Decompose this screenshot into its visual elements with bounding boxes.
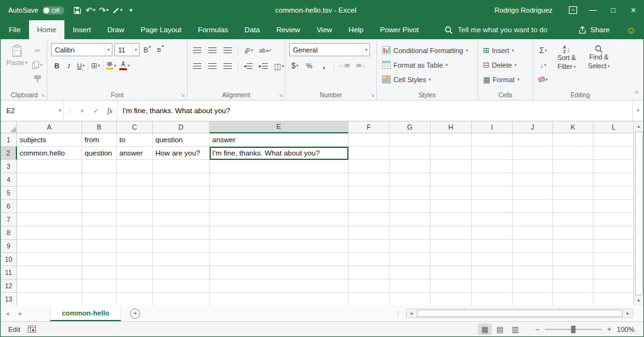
cell-B7[interactable]: [82, 213, 117, 226]
zoom-slider[interactable]: [545, 329, 602, 330]
format-painter-button[interactable]: [31, 73, 44, 85]
decrease-font-size-button[interactable]: B▾: [155, 44, 166, 56]
cell-C12[interactable]: [117, 279, 153, 293]
cell-I5[interactable]: [472, 187, 513, 200]
cell-B10[interactable]: [82, 253, 117, 266]
cell-J3[interactable]: [513, 160, 553, 173]
scroll-right-icon[interactable]: ►: [623, 311, 633, 316]
cell-L13[interactable]: [593, 293, 633, 305]
cell-F7[interactable]: [349, 213, 390, 226]
cell-E3[interactable]: [210, 160, 349, 173]
cell-A5[interactable]: [17, 187, 82, 200]
cell-B13[interactable]: [82, 293, 117, 305]
cell-C9[interactable]: [117, 240, 153, 253]
customize-qat-button[interactable]: ▾: [124, 2, 137, 18]
cell-G5[interactable]: [390, 187, 431, 200]
row-header-3[interactable]: 3: [1, 160, 17, 173]
cell-C3[interactable]: [117, 160, 153, 173]
page-layout-view-button[interactable]: ▤: [493, 324, 507, 335]
align-left-button[interactable]: [191, 60, 203, 72]
cell-J1[interactable]: [513, 133, 553, 147]
cell-D4[interactable]: [153, 173, 210, 187]
cell-E1[interactable]: answer: [210, 133, 349, 147]
middle-align-button[interactable]: [206, 44, 218, 56]
cell-I4[interactable]: [472, 173, 513, 187]
cell-L8[interactable]: [593, 226, 633, 240]
macro-record-button[interactable]: [28, 326, 36, 333]
cell-C4[interactable]: [117, 173, 153, 187]
tab-scroll-splitter[interactable]: ⋮: [390, 310, 406, 317]
cell-G2[interactable]: [390, 147, 431, 160]
paste-button[interactable]: Paste▾: [6, 43, 28, 89]
cell-L12[interactable]: [593, 279, 633, 293]
tab-review[interactable]: Review: [268, 20, 309, 39]
row-header-6[interactable]: 6: [1, 200, 17, 213]
align-right-button[interactable]: [222, 60, 233, 72]
row-header-13[interactable]: 13: [1, 293, 17, 305]
cell-D12[interactable]: [153, 279, 210, 293]
cell-L5[interactable]: [593, 187, 633, 200]
cell-E13[interactable]: [210, 293, 349, 305]
cell-G8[interactable]: [390, 226, 431, 240]
cell-H5[interactable]: [431, 187, 472, 200]
undo-dropdown-icon[interactable]: ▾: [93, 8, 95, 13]
cell-C2[interactable]: answer: [117, 147, 153, 160]
cell-I8[interactable]: [472, 226, 513, 240]
cell-B3[interactable]: [82, 160, 117, 173]
number-format-combobox[interactable]: General▾: [289, 43, 370, 56]
cell-G12[interactable]: [390, 279, 431, 293]
row-header-12[interactable]: 12: [1, 279, 17, 293]
cell-E7[interactable]: [210, 213, 349, 226]
column-header-C[interactable]: C: [117, 121, 153, 133]
cell-D7[interactable]: [153, 213, 210, 226]
tell-me-search[interactable]: Tell me what you want to do: [444, 20, 547, 39]
cell-C13[interactable]: [117, 293, 153, 305]
cell-J7[interactable]: [513, 213, 553, 226]
vertical-scrollbar[interactable]: ▲ ▼: [633, 121, 643, 305]
expand-formula-bar-icon[interactable]: ▾: [632, 101, 643, 121]
tab-insert[interactable]: Insert: [64, 20, 99, 39]
cell-H3[interactable]: [431, 160, 472, 173]
undo-button[interactable]: ↶▾: [84, 2, 97, 18]
column-header-B[interactable]: B: [82, 121, 117, 133]
cell-K5[interactable]: [553, 187, 593, 200]
cell-L2[interactable]: [593, 147, 633, 160]
tab-home[interactable]: Home: [29, 20, 65, 39]
dropdown-icon[interactable]: ▾: [282, 64, 284, 69]
center-button[interactable]: [206, 60, 218, 72]
cell-F1[interactable]: [349, 133, 390, 147]
cell-L3[interactable]: [593, 160, 633, 173]
format-as-table-button[interactable]: Format as Table▾: [381, 58, 469, 71]
horizontal-scrollbar-thumb[interactable]: [417, 310, 623, 317]
redo-dropdown-icon[interactable]: ▾: [106, 8, 109, 13]
cell-L4[interactable]: [593, 173, 633, 187]
cell-G9[interactable]: [390, 240, 431, 253]
maximize-button[interactable]: □: [603, 0, 623, 20]
cell-L1[interactable]: [593, 133, 633, 147]
cell-D9[interactable]: [153, 240, 210, 253]
cell-J8[interactable]: [513, 226, 553, 240]
font-size-combobox[interactable]: 11▾: [114, 43, 140, 56]
vertical-scrollbar-thumb[interactable]: [635, 132, 643, 295]
user-name[interactable]: Rodrigo Rodriguez: [494, 6, 552, 14]
save-button[interactable]: [71, 2, 83, 18]
cell-F6[interactable]: [349, 200, 390, 213]
sheet-nav-prev-icon[interactable]: ◄: [1, 310, 14, 317]
cell-I7[interactable]: [472, 213, 513, 226]
cell-E8[interactable]: [210, 226, 349, 240]
cell-C5[interactable]: [117, 187, 153, 200]
zoom-out-button[interactable]: −: [532, 325, 542, 334]
cell-K8[interactable]: [553, 226, 593, 240]
orientation-button[interactable]: ab▾: [242, 44, 254, 56]
cell-I10[interactable]: [472, 253, 513, 266]
tab-file[interactable]: File: [1, 20, 29, 39]
tab-power-pivot[interactable]: Power Pivot: [372, 20, 427, 39]
cell-A6[interactable]: [17, 200, 82, 213]
zoom-in-button[interactable]: +: [604, 325, 614, 334]
dropdown-icon[interactable]: ▾: [83, 63, 85, 68]
cell-J4[interactable]: [513, 173, 553, 187]
accounting-format-button[interactable]: $▾: [289, 59, 301, 71]
find-select-button[interactable]: Find & Select▾: [585, 43, 614, 89]
insert-cells-button[interactable]: ⊞Insert▾: [482, 44, 521, 57]
touch-mouse-mode-button[interactable]: ▾: [110, 2, 124, 18]
